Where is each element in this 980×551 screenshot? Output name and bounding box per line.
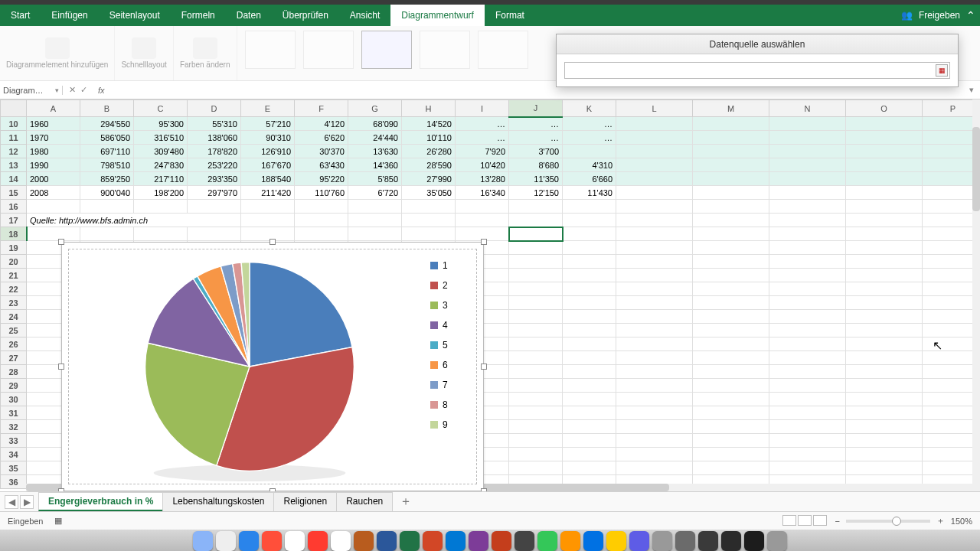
cell-E14[interactable]: 188'540	[241, 172, 295, 186]
cell-L28[interactable]	[616, 365, 693, 379]
cell-M24[interactable]	[693, 310, 769, 324]
cell-N13[interactable]	[769, 158, 846, 172]
sheet-nav-prev[interactable]: ◀	[5, 495, 18, 509]
cell-I10[interactable]: …	[456, 117, 509, 131]
cell-B15[interactable]: 900'040	[80, 186, 134, 200]
cell-A15[interactable]: 2008	[27, 186, 80, 200]
cell-P12[interactable]	[923, 145, 981, 158]
cell-K35[interactable]	[563, 461, 616, 475]
resize-handle[interactable]	[58, 364, 64, 370]
cell-N21[interactable]	[769, 269, 846, 282]
cell-J12[interactable]: 3'700	[509, 145, 563, 158]
cell-G15[interactable]: 6'720	[348, 186, 402, 200]
cell-D12[interactable]: 178'820	[188, 145, 241, 158]
cell-A10[interactable]: 1960	[27, 117, 80, 131]
cell-P28[interactable]	[923, 365, 981, 379]
tab-daten[interactable]: Daten	[226, 5, 272, 26]
cell-M23[interactable]	[693, 296, 769, 310]
ribbon-change-colors[interactable]: Farben ändern	[174, 26, 237, 80]
cell-N12[interactable]	[769, 145, 846, 158]
cell-L19[interactable]	[616, 241, 693, 255]
resize-handle[interactable]	[481, 239, 487, 245]
cell-O29[interactable]	[846, 379, 923, 393]
name-box[interactable]: Diagram…▾	[0, 86, 63, 95]
resize-handle[interactable]	[481, 488, 487, 491]
cell-C13[interactable]: 247'830	[134, 158, 188, 172]
cell-K33[interactable]	[563, 434, 616, 448]
cell-N24[interactable]	[769, 310, 846, 324]
row-header-27[interactable]: 27	[1, 351, 27, 365]
cell-N19[interactable]	[769, 241, 846, 255]
row-header-17[interactable]: 17	[1, 214, 27, 227]
row-header-12[interactable]: 12	[1, 145, 27, 158]
cell-P27[interactable]	[923, 351, 981, 365]
formula-expand-icon[interactable]: ▾	[963, 85, 980, 95]
cell-O28[interactable]	[846, 365, 923, 379]
cell-O14[interactable]	[846, 172, 923, 186]
cell-P11[interactable]	[923, 131, 981, 145]
row-header-13[interactable]: 13	[1, 158, 27, 172]
cell-N29[interactable]	[769, 379, 846, 393]
col-header-O[interactable]: O	[846, 100, 923, 117]
cell-P25[interactable]	[923, 324, 981, 337]
cell-P16[interactable]	[923, 200, 981, 214]
row-header-29[interactable]: 29	[1, 379, 27, 393]
cell-M35[interactable]	[693, 461, 769, 475]
collapse-ribbon-icon[interactable]: ⌃	[966, 9, 975, 21]
tab-formeln[interactable]: Formeln	[171, 5, 226, 26]
cell-O22[interactable]	[846, 282, 923, 296]
share-button[interactable]: Freigeben	[919, 10, 960, 21]
tab-ueberpruefen[interactable]: Überprüfen	[272, 5, 339, 26]
cell-L24[interactable]	[616, 310, 693, 324]
fx-icon[interactable]: fx	[93, 86, 109, 95]
cell-K10[interactable]: …	[563, 117, 616, 131]
zoom-level[interactable]: 150%	[951, 517, 972, 526]
cell-O24[interactable]	[846, 310, 923, 324]
zoom-in[interactable]: ＋	[936, 515, 945, 527]
cell-J35[interactable]	[509, 461, 563, 475]
macos-dock[interactable]	[0, 530, 980, 551]
name-box-dropdown-icon[interactable]: ▾	[55, 86, 59, 94]
row-header-23[interactable]: 23	[1, 296, 27, 310]
vertical-scrollbar[interactable]	[972, 99, 980, 491]
cell-D15[interactable]: 297'970	[188, 186, 241, 200]
cell-P20[interactable]	[923, 255, 981, 269]
cell-F11[interactable]: 6'620	[295, 131, 348, 145]
cell-M21[interactable]	[693, 269, 769, 282]
cell-H13[interactable]: 28'590	[402, 158, 456, 172]
cell-H16[interactable]	[402, 200, 456, 214]
cell-N16[interactable]	[769, 200, 846, 214]
cell-L26[interactable]	[616, 337, 693, 351]
cell-N32[interactable]	[769, 420, 846, 434]
view-buttons[interactable]	[782, 515, 828, 527]
cell-G11[interactable]: 24'440	[348, 131, 402, 145]
cell-K31[interactable]	[563, 406, 616, 420]
cell-K12[interactable]	[563, 145, 616, 158]
cell-J22[interactable]	[509, 282, 563, 296]
cell-K16[interactable]	[563, 200, 616, 214]
ribbon-add-element[interactable]: Diagrammelement hinzufügen	[0, 26, 115, 80]
cell-F14[interactable]: 95'220	[295, 172, 348, 186]
cell-O25[interactable]	[846, 324, 923, 337]
cell-J16[interactable]	[509, 200, 563, 214]
cell-M27[interactable]	[693, 351, 769, 365]
cell-N23[interactable]	[769, 296, 846, 310]
cell-P14[interactable]	[923, 172, 981, 186]
cell-K24[interactable]	[563, 310, 616, 324]
cell-O35[interactable]	[846, 461, 923, 475]
data-range-input[interactable]: ▦	[564, 62, 950, 79]
cell-L17[interactable]	[616, 214, 693, 227]
col-header-A[interactable]: A	[27, 100, 80, 117]
cell-L15[interactable]	[616, 186, 693, 200]
cell-E17[interactable]	[241, 214, 295, 227]
tab-einfuegen[interactable]: Einfügen	[41, 5, 98, 26]
cell-J26[interactable]	[509, 337, 563, 351]
cell-G13[interactable]: 14'360	[348, 158, 402, 172]
cell-O10[interactable]	[846, 117, 923, 131]
chart-styles-gallery[interactable]	[237, 26, 536, 73]
cell-L23[interactable]	[616, 296, 693, 310]
select-data-source-dialog[interactable]: Datenquelle auswählen ▦	[556, 34, 959, 87]
cell-F17[interactable]	[295, 214, 348, 227]
cell-P15[interactable]	[923, 186, 981, 200]
col-header-D[interactable]: D	[188, 100, 241, 117]
